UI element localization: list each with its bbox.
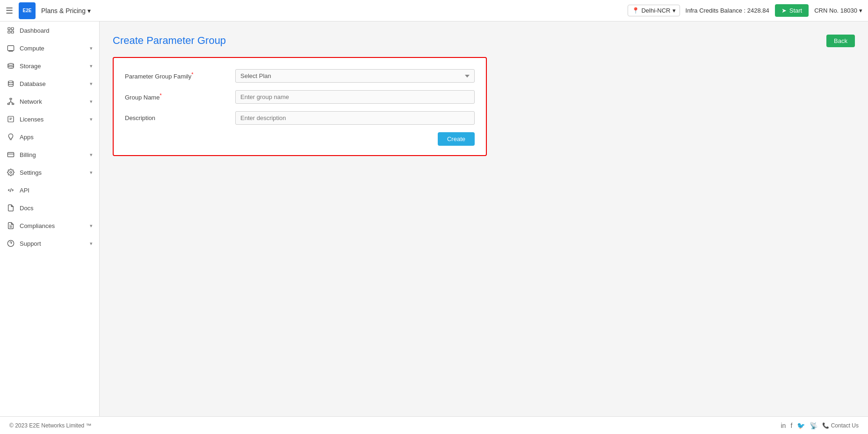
credits-balance: Infra Credits Balance : 2428.84 [686,7,769,14]
sidebar-label-billing: Billing [20,151,85,158]
sidebar-item-database[interactable]: Database ▾ [0,75,99,92]
billing-icon [7,150,15,159]
svg-rect-4 [7,46,14,51]
facebook-icon[interactable]: f [790,422,792,429]
form-actions: Create [125,132,475,146]
sidebar-label-support: Support [20,240,85,247]
docs-icon [7,204,15,212]
sidebar-item-compute[interactable]: Compute ▾ [0,39,99,57]
svg-rect-1 [11,28,14,30]
twitter-icon[interactable]: 🐦 [797,422,805,429]
sidebar-label-compute: Compute [20,45,85,52]
compute-chevron-icon: ▾ [90,45,93,51]
sidebar-label-database: Database [20,80,85,87]
svg-line-15 [11,102,13,103]
svg-point-22 [10,171,12,173]
svg-line-14 [8,102,11,103]
family-select[interactable]: Select Plan [235,69,475,83]
page-title: Create Parameter Group [113,35,855,47]
topnav: ☰ E2E Plans & Pricing ▾ 📍 Delhi-NCR ▾ In… [0,0,868,21]
storage-icon [7,62,15,70]
footer: © 2023 E2E Networks Limited ™ in f 🐦 📡 📞… [0,416,868,434]
billing-chevron-icon: ▾ [90,152,93,158]
start-button[interactable]: ➤ Start [775,4,809,17]
sidebar-label-storage: Storage [20,63,85,70]
family-label: Parameter Group Family* [125,71,228,80]
sidebar-item-compliances[interactable]: Compliances ▾ [0,217,99,235]
form-row-family: Parameter Group Family* Select Plan [125,69,475,83]
settings-icon [7,168,15,177]
contact-label: Contact Us [831,422,859,429]
sidebar-item-api[interactable]: API [0,181,99,199]
sidebar-label-dashboard: Dashboard [20,27,93,34]
sidebar-item-billing[interactable]: Billing ▾ [0,146,99,164]
support-chevron-icon: ▾ [90,241,93,247]
sidebar-item-network[interactable]: Network ▾ [0,92,99,110]
logo: E2E [19,2,36,19]
crn-chevron-icon: ▾ [859,7,862,14]
sidebar-item-settings[interactable]: Settings ▾ [0,164,99,181]
linkedin-icon[interactable]: in [781,422,786,429]
start-icon: ➤ [781,7,787,14]
compliances-icon [7,221,15,230]
support-icon [7,239,15,248]
region-selector[interactable]: 📍 Delhi-NCR ▾ [628,5,680,16]
svg-point-26 [7,240,14,246]
settings-chevron-icon: ▾ [90,170,93,176]
group-name-label: Group Name* [125,92,228,101]
sidebar-item-support[interactable]: Support ▾ [0,235,99,252]
sidebar-item-dashboard[interactable]: Dashboard [0,21,99,39]
compute-icon [7,44,15,52]
sidebar-label-network: Network [20,98,85,105]
compliances-chevron-icon: ▾ [90,223,93,229]
sidebar-label-compliances: Compliances [20,222,85,229]
group-name-input[interactable] [235,90,475,104]
svg-rect-0 [8,28,10,30]
create-button[interactable]: Create [438,132,475,146]
sidebar-label-settings: Settings [20,169,85,176]
description-label: Description [125,114,228,121]
sidebar-label-apps: Apps [20,134,93,141]
region-pin-icon: 📍 [632,7,639,14]
sidebar-label-docs: Docs [20,205,93,212]
layout: Dashboard Compute ▾ Storage ▾ Database ▾ [0,21,868,434]
hamburger-icon[interactable]: ☰ [6,6,13,16]
start-label: Start [789,7,802,14]
rss-icon[interactable]: 📡 [810,422,817,429]
apps-icon [7,133,15,141]
crn-label: CRN No. 18030 [814,7,857,14]
licenses-chevron-icon: ▾ [90,116,93,122]
contact-icon: 📞 [822,422,831,429]
svg-rect-20 [7,152,14,157]
footer-copyright: © 2023 E2E Networks Limited ™ [9,422,92,429]
create-parameter-group-form: Parameter Group Family* Select Plan Grou… [113,57,487,156]
svg-point-8 [8,64,14,65]
svg-rect-10 [10,98,12,100]
svg-point-9 [8,81,14,83]
contact-us-link[interactable]: 📞 Contact Us [822,422,859,429]
svg-rect-3 [11,31,14,33]
sidebar-item-storage[interactable]: Storage ▾ [0,57,99,75]
svg-rect-11 [7,103,9,105]
svg-rect-16 [8,116,14,122]
description-input[interactable] [235,111,475,125]
back-button[interactable]: Back [826,35,855,47]
sidebar-item-docs[interactable]: Docs [0,199,99,217]
app-title-label: Plans & Pricing [41,7,86,14]
svg-rect-12 [12,103,14,105]
form-row-description: Description [125,111,475,125]
footer-social-icons: in f 🐦 📡 📞 Contact Us [781,422,859,429]
database-chevron-icon: ▾ [90,81,93,87]
sidebar-item-apps[interactable]: Apps [0,128,99,146]
crn-number[interactable]: CRN No. 18030 ▾ [814,7,862,14]
licenses-icon [7,115,15,123]
main-content: Create Parameter Group Back Parameter Gr… [100,21,868,434]
storage-chevron-icon: ▾ [90,63,93,69]
sidebar-label-licenses: Licenses [20,116,85,123]
database-icon [7,79,15,88]
network-chevron-icon: ▾ [90,99,93,105]
sidebar-label-api: API [20,187,93,194]
sidebar-item-licenses[interactable]: Licenses ▾ [0,110,99,128]
sidebar: Dashboard Compute ▾ Storage ▾ Database ▾ [0,21,100,434]
app-title-dropdown[interactable]: Plans & Pricing ▾ [41,7,91,14]
